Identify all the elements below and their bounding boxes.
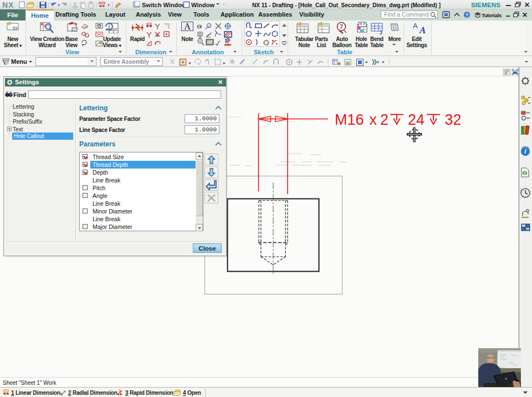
svg-text:2: 2	[380, 111, 388, 128]
svg-text:x: x	[370, 111, 377, 128]
svg-text:A: A	[184, 22, 191, 31]
svg-text:24: 24	[408, 111, 424, 128]
svg-text:A: A	[413, 22, 418, 30]
svg-text:?: ?	[466, 12, 469, 18]
svg-text:A: A	[419, 25, 426, 35]
svg-text:32: 32	[445, 111, 462, 128]
svg-text:M16: M16	[335, 111, 364, 128]
svg-text:7: 7	[340, 24, 343, 30]
